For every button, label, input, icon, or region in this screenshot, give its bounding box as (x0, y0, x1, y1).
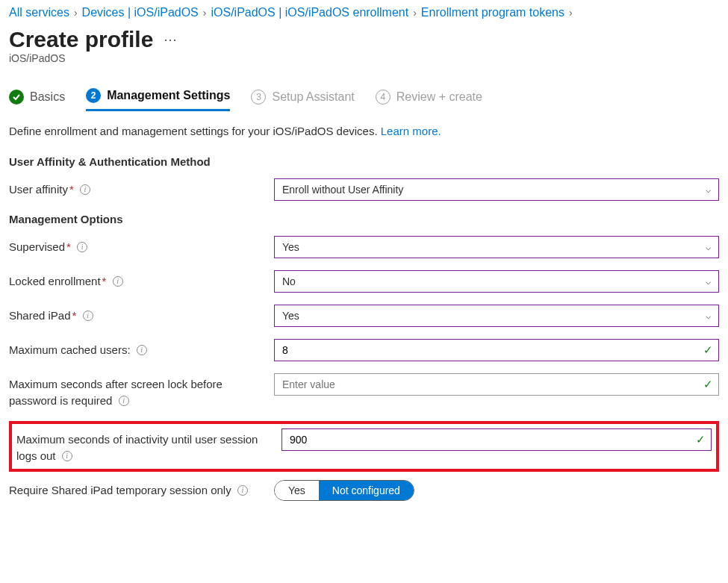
chevron-down-icon: ⌵ (706, 311, 711, 321)
select-value: Yes (282, 241, 299, 253)
tab-management-settings[interactable]: 2 Management Settings (86, 88, 230, 111)
toggle-yes[interactable]: Yes (275, 481, 319, 500)
chevron-right-icon: › (74, 7, 78, 19)
supervised-select[interactable]: Yes ⌵ (274, 236, 719, 258)
locked-enrollment-label: Locked enrollment* i (9, 270, 267, 290)
chevron-right-icon: › (413, 7, 417, 19)
select-value: Yes (282, 310, 299, 322)
max-cached-users-input[interactable] (274, 339, 719, 361)
tab-basics[interactable]: Basics (9, 90, 65, 110)
breadcrumb-link[interactable]: Devices | iOS/iPadOS (82, 6, 199, 19)
temp-session-label: Require Shared iPad temporary session on… (9, 479, 267, 499)
info-icon[interactable]: i (62, 451, 72, 461)
supervised-label: Supervised* i (9, 236, 267, 255)
chevron-down-icon: ⌵ (706, 242, 711, 252)
locked-enrollment-select[interactable]: No ⌵ (274, 270, 719, 293)
info-icon[interactable]: i (80, 184, 90, 195)
step-number-icon: 3 (251, 90, 266, 105)
tab-label: Setup Assistant (272, 90, 354, 104)
max-sec-inactivity-label: Maximum seconds of inactivity until user… (16, 428, 274, 464)
chevron-down-icon: ⌵ (706, 184, 711, 195)
temp-session-toggle[interactable]: Yes Not configured (274, 480, 414, 501)
user-affinity-label: User affinity* i (9, 178, 267, 198)
step-number-icon: 2 (86, 88, 101, 103)
select-value: No (282, 275, 296, 287)
shared-ipad-label: Shared iPad* i (9, 305, 267, 324)
page-subtitle: iOS/iPadOS (9, 52, 719, 64)
tab-review-create[interactable]: 4 Review + create (376, 90, 482, 110)
info-icon[interactable]: i (237, 485, 248, 496)
section-heading-management: Management Options (9, 213, 719, 225)
page-title: Create profile (9, 27, 153, 52)
max-cached-users-label: Maximum cached users: i (9, 339, 267, 358)
chevron-right-icon: › (203, 7, 207, 19)
info-icon[interactable]: i (83, 311, 93, 321)
toggle-not-configured[interactable]: Not configured (319, 481, 414, 500)
info-icon[interactable]: i (113, 276, 123, 287)
shared-ipad-select[interactable]: Yes ⌵ (274, 305, 719, 327)
breadcrumb-link[interactable]: Enrollment program tokens (421, 6, 564, 19)
select-value: Enroll without User Affinity (282, 184, 403, 196)
settings-description: Define enrollment and management setting… (9, 125, 719, 137)
learn-more-link[interactable]: Learn more. (381, 125, 441, 137)
tab-label: Management Settings (107, 89, 230, 102)
user-affinity-select[interactable]: Enroll without User Affinity ⌵ (274, 178, 719, 201)
chevron-down-icon: ⌵ (706, 276, 711, 287)
more-actions-icon[interactable]: ⋯ (164, 31, 177, 48)
wizard-tabs: Basics 2 Management Settings 3 Setup Ass… (9, 88, 719, 111)
description-text: Define enrollment and management setting… (9, 125, 381, 137)
breadcrumb-link[interactable]: All services (9, 6, 69, 19)
step-number-icon: 4 (376, 90, 391, 105)
chevron-right-icon: › (569, 7, 573, 19)
info-icon[interactable]: i (137, 345, 147, 355)
info-icon[interactable]: i (119, 396, 129, 406)
tab-label: Review + create (396, 90, 482, 104)
tab-label: Basics (30, 90, 65, 104)
check-icon (9, 90, 24, 105)
highlighted-setting: Maximum seconds of inactivity until user… (9, 421, 719, 472)
max-sec-screenlock-input[interactable] (274, 373, 719, 396)
max-sec-screenlock-label: Maximum seconds after screen lock before… (9, 373, 267, 409)
breadcrumb-link[interactable]: iOS/iPadOS | iOS/iPadOS enrollment (211, 6, 408, 19)
info-icon[interactable]: i (77, 242, 87, 252)
max-sec-inactivity-input[interactable] (281, 428, 712, 451)
breadcrumb: All services › Devices | iOS/iPadOS › iO… (9, 6, 719, 19)
tab-setup-assistant[interactable]: 3 Setup Assistant (251, 90, 354, 110)
section-heading-auth: User Affinity & Authentication Method (9, 155, 719, 168)
